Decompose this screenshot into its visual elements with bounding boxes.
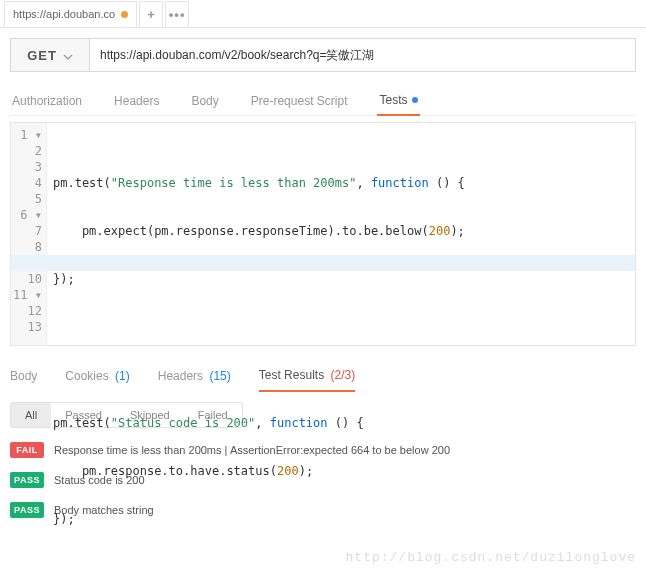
pass-badge: PASS bbox=[10, 502, 44, 518]
pass-badge: PASS bbox=[10, 472, 44, 488]
restab-body[interactable]: Body bbox=[10, 360, 37, 392]
tab-body[interactable]: Body bbox=[189, 86, 220, 116]
tab-headers[interactable]: Headers bbox=[112, 86, 161, 116]
new-tab-button[interactable]: + bbox=[139, 1, 163, 27]
filter-all[interactable]: All bbox=[11, 403, 51, 427]
http-method-select[interactable]: GET bbox=[10, 38, 90, 72]
fail-badge: FAIL bbox=[10, 442, 44, 458]
tab-menu-button[interactable]: ••• bbox=[165, 1, 189, 27]
unsaved-dot-icon bbox=[121, 11, 128, 18]
url-input[interactable] bbox=[90, 38, 636, 72]
code-editor[interactable]: 1 ▾23456 ▾7891011 ▾1213 pm.test("Respons… bbox=[10, 122, 636, 346]
request-subtabs: Authorization Headers Body Pre-request S… bbox=[10, 86, 636, 116]
request-tab[interactable]: https://api.douban.co bbox=[4, 1, 137, 27]
tab-prerequest[interactable]: Pre-request Script bbox=[249, 86, 350, 116]
tab-tests[interactable]: Tests bbox=[377, 86, 420, 116]
chevron-down-icon bbox=[63, 48, 73, 63]
tab-authorization[interactable]: Authorization bbox=[10, 86, 84, 116]
editor-content[interactable]: pm.test("Response time is less than 200m… bbox=[11, 123, 635, 345]
request-tab-title: https://api.douban.co bbox=[13, 8, 115, 20]
tab-tests-label: Tests bbox=[379, 93, 407, 107]
modified-dot-icon bbox=[412, 97, 418, 103]
http-method-label: GET bbox=[27, 48, 57, 63]
app-tabbar: https://api.douban.co + ••• bbox=[0, 0, 646, 28]
current-line-highlight bbox=[11, 255, 635, 271]
request-row: GET bbox=[10, 38, 636, 72]
